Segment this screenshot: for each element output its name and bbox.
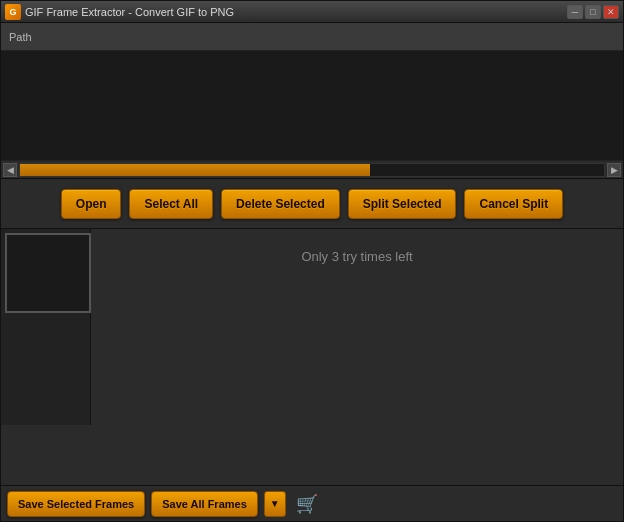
cart-icon[interactable]: 🛒 — [296, 493, 318, 515]
thumbnail-item[interactable] — [5, 233, 91, 313]
trial-message: Only 3 try times left — [301, 249, 412, 264]
preview-area — [1, 51, 623, 161]
save-bar: Save Selected Frames Save All Frames ▼ 🛒 — [1, 485, 623, 521]
scroll-right-button[interactable]: ▶ — [607, 163, 621, 177]
minimize-button[interactable]: ─ — [567, 5, 583, 19]
path-label: Path — [9, 31, 32, 43]
app-icon: G — [5, 4, 21, 20]
preview-panel: Only 3 try times left — [91, 229, 623, 425]
select-all-button[interactable]: Select All — [129, 189, 213, 219]
scroll-track[interactable] — [19, 163, 605, 177]
title-bar-left: G GIF Frame Extractor - Convert GIF to P… — [5, 4, 234, 20]
maximize-button[interactable]: □ — [585, 5, 601, 19]
buttons-row: Open Select All Delete Selected Split Se… — [1, 179, 623, 229]
scrollbar-area: ◀ ▶ — [1, 161, 623, 179]
path-bar: Path — [1, 23, 623, 51]
title-bar: G GIF Frame Extractor - Convert GIF to P… — [1, 1, 623, 23]
open-button[interactable]: Open — [61, 189, 122, 219]
scroll-left-button[interactable]: ◀ — [3, 163, 17, 177]
close-button[interactable]: ✕ — [603, 5, 619, 19]
title-text: GIF Frame Extractor - Convert GIF to PNG — [25, 6, 234, 18]
split-selected-button[interactable]: Split Selected — [348, 189, 457, 219]
save-selected-frames-button[interactable]: Save Selected Frames — [7, 491, 145, 517]
window-controls: ─ □ ✕ — [567, 5, 619, 19]
scroll-thumb — [20, 164, 370, 176]
thumbnail-strip — [1, 229, 91, 425]
main-content: Only 3 try times left — [1, 229, 623, 425]
save-dropdown-button[interactable]: ▼ — [264, 491, 286, 517]
cancel-split-button[interactable]: Cancel Split — [464, 189, 563, 219]
delete-selected-button[interactable]: Delete Selected — [221, 189, 340, 219]
save-all-frames-button[interactable]: Save All Frames — [151, 491, 258, 517]
